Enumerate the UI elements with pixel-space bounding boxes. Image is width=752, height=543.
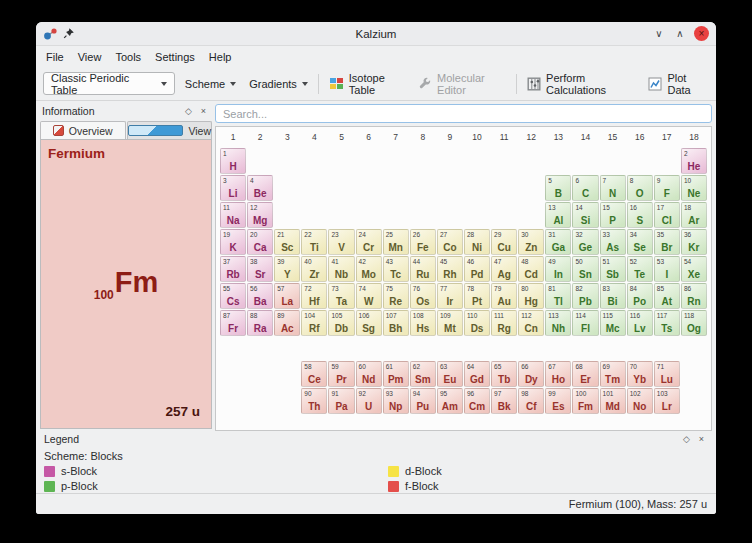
element-tile-Ba[interactable]: 56Ba [247, 283, 273, 309]
isotope-table-button[interactable]: Isotope Table [326, 71, 408, 97]
element-tile-O[interactable]: 8O [627, 175, 653, 201]
element-tile-No[interactable]: 102No [627, 388, 653, 414]
element-tile-Te[interactable]: 52Te [627, 256, 653, 282]
element-tile-Bi[interactable]: 83Bi [600, 283, 626, 309]
element-tile-Pa[interactable]: 91Pa [328, 388, 354, 414]
element-tile-Cn[interactable]: 112Cn [518, 310, 544, 336]
search-input[interactable] [215, 104, 712, 123]
menu-item-tools[interactable]: Tools [108, 49, 148, 65]
element-tile-Mt[interactable]: 109Mt [437, 310, 463, 336]
element-tile-Lv[interactable]: 116Lv [627, 310, 653, 336]
element-tile-Ti[interactable]: 22Ti [301, 229, 327, 255]
element-tile-Mc[interactable]: 115Mc [600, 310, 626, 336]
element-tile-Rh[interactable]: 45Rh [437, 256, 463, 282]
element-tile-Ru[interactable]: 44Ru [410, 256, 436, 282]
element-tile-Po[interactable]: 84Po [627, 283, 653, 309]
element-tile-At[interactable]: 85At [654, 283, 680, 309]
element-tile-Ar[interactable]: 18Ar [681, 202, 707, 228]
dock-close-icon[interactable]: × [197, 105, 210, 118]
element-tile-Cf[interactable]: 98Cf [518, 388, 544, 414]
element-tile-Ne[interactable]: 10Ne [681, 175, 707, 201]
element-tile-Rf[interactable]: 104Rf [301, 310, 327, 336]
element-tile-Ni[interactable]: 28Ni [464, 229, 490, 255]
element-tile-Fl[interactable]: 114Fl [572, 310, 598, 336]
element-tile-Fm[interactable]: 100Fm [572, 388, 598, 414]
element-tile-Na[interactable]: 11Na [220, 202, 246, 228]
gradients-dropdown[interactable]: Gradients [246, 72, 311, 96]
table-type-select[interactable]: Classic Periodic Table [43, 72, 175, 95]
element-tile-Sb[interactable]: 51Sb [600, 256, 626, 282]
element-tile-Tb[interactable]: 65Tb [491, 361, 517, 387]
element-tile-Cs[interactable]: 55Cs [220, 283, 246, 309]
element-tile-Md[interactable]: 101Md [600, 388, 626, 414]
element-tile-Ca[interactable]: 20Ca [247, 229, 273, 255]
title-bar[interactable]: Kalzium ∨ ∧ × [36, 22, 716, 46]
element-tile-Tl[interactable]: 81Tl [545, 283, 571, 309]
element-tile-Rb[interactable]: 37Rb [220, 256, 246, 282]
element-tile-Fe[interactable]: 26Fe [410, 229, 436, 255]
element-tile-Cd[interactable]: 48Cd [518, 256, 544, 282]
element-tile-Zn[interactable]: 30Zn [518, 229, 544, 255]
element-tile-Nb[interactable]: 41Nb [328, 256, 354, 282]
dock-float-icon[interactable]: ◇ [182, 105, 195, 118]
element-tile-Be[interactable]: 4Be [247, 175, 273, 201]
element-tile-Zr[interactable]: 40Zr [301, 256, 327, 282]
element-tile-Pt[interactable]: 78Pt [464, 283, 490, 309]
element-tile-B[interactable]: 5B [545, 175, 571, 201]
element-tile-Pu[interactable]: 94Pu [410, 388, 436, 414]
element-tile-Mo[interactable]: 42Mo [356, 256, 382, 282]
element-tile-Cl[interactable]: 17Cl [654, 202, 680, 228]
element-tile-U[interactable]: 92U [356, 388, 382, 414]
element-tile-Gd[interactable]: 64Gd [464, 361, 490, 387]
element-tile-F[interactable]: 9F [654, 175, 680, 201]
element-tile-Cm[interactable]: 96Cm [464, 388, 490, 414]
element-tile-Am[interactable]: 95Am [437, 388, 463, 414]
element-tile-W[interactable]: 74W [356, 283, 382, 309]
element-tile-Pd[interactable]: 46Pd [464, 256, 490, 282]
element-tile-Ra[interactable]: 88Ra [247, 310, 273, 336]
perform-calculations-button[interactable]: Perform Calculations [524, 71, 638, 97]
element-tile-Mg[interactable]: 12Mg [247, 202, 273, 228]
element-tile-Hs[interactable]: 108Hs [410, 310, 436, 336]
element-tile-Np[interactable]: 93Np [383, 388, 409, 414]
element-tile-Yb[interactable]: 70Yb [627, 361, 653, 387]
menu-item-settings[interactable]: Settings [148, 49, 202, 65]
element-tile-Dy[interactable]: 66Dy [518, 361, 544, 387]
element-tile-Ag[interactable]: 47Ag [491, 256, 517, 282]
element-tile-Er[interactable]: 68Er [572, 361, 598, 387]
element-tile-Os[interactable]: 76Os [410, 283, 436, 309]
element-tile-Xe[interactable]: 54Xe [681, 256, 707, 282]
element-tile-Fr[interactable]: 87Fr [220, 310, 246, 336]
element-tile-Se[interactable]: 34Se [627, 229, 653, 255]
element-tile-K[interactable]: 19K [220, 229, 246, 255]
element-tile-Nh[interactable]: 113Nh [545, 310, 571, 336]
element-tile-Ge[interactable]: 32Ge [572, 229, 598, 255]
legend-close-icon[interactable]: × [695, 433, 708, 446]
element-tile-Tm[interactable]: 69Tm [600, 361, 626, 387]
element-tile-N[interactable]: 7N [600, 175, 626, 201]
element-tile-Bk[interactable]: 97Bk [491, 388, 517, 414]
element-tile-Lr[interactable]: 103Lr [654, 388, 680, 414]
element-tile-Ga[interactable]: 31Ga [545, 229, 571, 255]
element-tile-Li[interactable]: 3Li [220, 175, 246, 201]
element-tile-Sm[interactable]: 62Sm [410, 361, 436, 387]
element-tile-Cu[interactable]: 29Cu [491, 229, 517, 255]
plot-data-button[interactable]: Plot Data [645, 71, 709, 97]
menu-item-help[interactable]: Help [202, 49, 239, 65]
element-tile-Hf[interactable]: 72Hf [301, 283, 327, 309]
element-tile-Sn[interactable]: 50Sn [572, 256, 598, 282]
legend-float-icon[interactable]: ◇ [680, 433, 693, 446]
tab-view[interactable]: View [127, 121, 213, 139]
element-tile-Sg[interactable]: 106Sg [356, 310, 382, 336]
element-tile-Ta[interactable]: 73Ta [328, 283, 354, 309]
menu-item-view[interactable]: View [71, 49, 109, 65]
pin-icon[interactable] [63, 27, 75, 40]
element-tile-Al[interactable]: 13Al [545, 202, 571, 228]
element-tile-V[interactable]: 23V [328, 229, 354, 255]
element-tile-Rg[interactable]: 111Rg [491, 310, 517, 336]
element-tile-Co[interactable]: 27Co [437, 229, 463, 255]
element-tile-Br[interactable]: 35Br [654, 229, 680, 255]
element-tile-H[interactable]: 1H [220, 148, 246, 174]
element-tile-Ac[interactable]: 89Ac [274, 310, 300, 336]
element-tile-Nd[interactable]: 60Nd [356, 361, 382, 387]
